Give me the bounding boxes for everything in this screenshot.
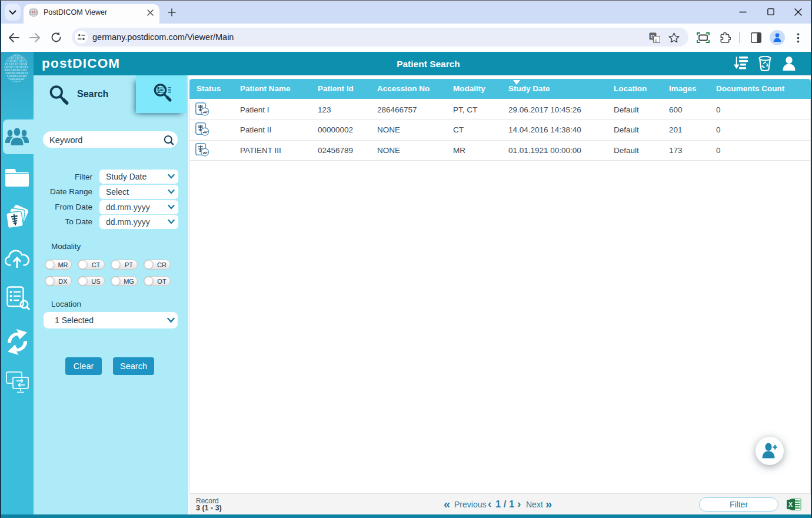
svg-text:X: X — [788, 501, 793, 508]
svg-text:1101011010110: 1101011010110 — [3, 81, 27, 83]
svg-text:x: x — [655, 38, 657, 43]
